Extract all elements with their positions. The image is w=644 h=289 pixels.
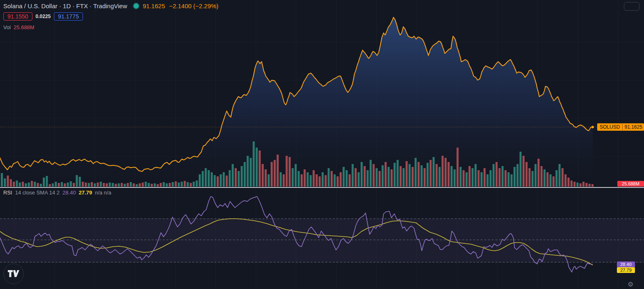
rsi-extra-values: n/a n/a: [95, 190, 111, 196]
volume-indicator-label[interactable]: Vol: [3, 24, 11, 30]
volume-value: 25.688M: [14, 24, 34, 30]
last-price: 91.1625: [143, 2, 165, 9]
price-line-end-dot: [591, 126, 594, 128]
rsi-band: [0, 219, 644, 262]
market-status-icon[interactable]: [133, 3, 139, 9]
price-change: −2.1400 (−2.29%): [169, 2, 218, 9]
ask-price-button[interactable]: 91.1775: [54, 12, 83, 21]
tradingview-logo-icon: [8, 270, 19, 277]
symbol-title[interactable]: Solana / U.S. Dollar · 1D · FTX · Tradin…: [3, 2, 127, 9]
spread-value: 0.0225: [36, 14, 51, 19]
price-axis-label: SOLUSD 91.1625: [597, 123, 644, 131]
rsi-sma-value: 27.79: [79, 190, 92, 196]
price-axis-label-value: 91.1625: [623, 124, 644, 130]
rsi-sma-axis-label: 27.79: [617, 267, 635, 273]
settings-gear-icon[interactable]: ⚙: [628, 280, 633, 288]
toolbar-button[interactable]: [624, 2, 639, 11]
rsi-axis-label: 28.40: [617, 261, 635, 267]
volume-axis-label: 25.688M: [617, 181, 644, 187]
rsi-params: 14 close SMA 14 2: [15, 190, 60, 196]
tradingview-logo[interactable]: [3, 264, 24, 284]
symbol-legend: Solana / U.S. Dollar · 1D · FTX · Tradin…: [3, 2, 218, 30]
price-axis-label-symbol: SOLUSD: [597, 124, 623, 130]
rsi-legend: RSI 14 close SMA 14 2 28.40 27.79 n/a n/…: [3, 190, 111, 196]
pane-separator[interactable]: [0, 187, 644, 188]
rsi-indicator-label[interactable]: RSI: [3, 190, 12, 196]
chart-canvas[interactable]: [0, 0, 644, 289]
bid-price-button[interactable]: 91.1550: [3, 12, 32, 21]
tradingview-chart-window: Solana / U.S. Dollar · 1D · FTX · Tradin…: [0, 0, 644, 289]
rsi-value: 28.40: [62, 190, 76, 196]
